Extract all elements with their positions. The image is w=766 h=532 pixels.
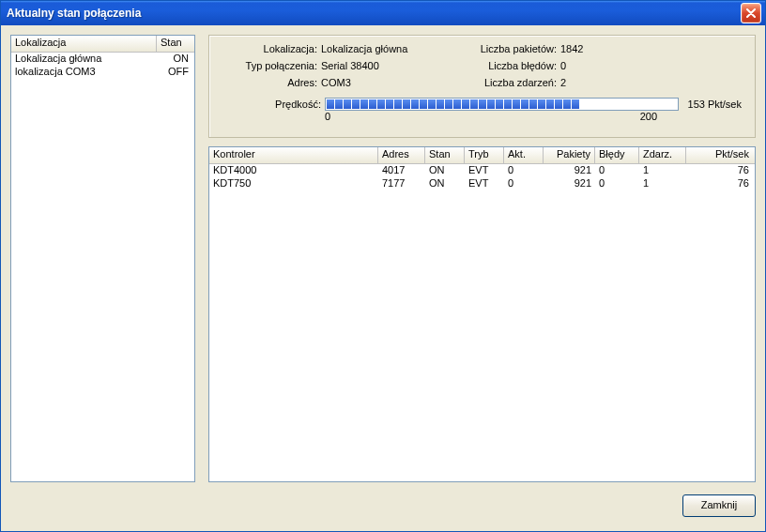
cell-state: ON bbox=[425, 177, 465, 190]
controllers-list[interactable]: Kontroler Adres Stan Tryb Akt. Pakiety B… bbox=[208, 146, 756, 482]
cell-location: Lokalizacja główna bbox=[11, 53, 157, 66]
close-dialog-button[interactable]: Zamknij bbox=[682, 494, 756, 517]
client-area: Lokalizacja Stan Lokalizacja główna ON l… bbox=[1, 25, 765, 531]
cell-errors: 0 bbox=[595, 164, 639, 177]
close-icon bbox=[746, 8, 756, 18]
scale-min: 0 bbox=[325, 111, 330, 122]
controllers-header: Kontroler Adres Stan Tryb Akt. Pakiety B… bbox=[209, 147, 755, 164]
locations-body: Lokalizacja główna ON lokalizacja COM3 O… bbox=[11, 53, 194, 481]
cell-packets: 921 bbox=[544, 164, 595, 177]
col-address[interactable]: Adres bbox=[378, 147, 425, 163]
titlebar: Aktualny stan połączenia bbox=[1, 1, 765, 25]
cell-state: OFF bbox=[157, 66, 194, 79]
col-packets[interactable]: Pakiety bbox=[544, 147, 595, 163]
col-events[interactable]: Zdarz. bbox=[639, 147, 686, 163]
cell-address: 7177 bbox=[378, 177, 425, 190]
label-conn-type: Typ połączenia: bbox=[222, 60, 321, 71]
label-events: Liczba zdarzeń: bbox=[471, 77, 560, 88]
label-address: Adres: bbox=[222, 77, 321, 88]
cell-act: 0 bbox=[504, 177, 544, 190]
value-errors: 0 bbox=[560, 60, 617, 71]
value-location: Lokalizacja główna bbox=[321, 43, 471, 54]
value-conn-type: Serial 38400 bbox=[321, 60, 471, 71]
label-errors: Liczba błędów: bbox=[471, 60, 560, 71]
table-row[interactable]: KDT4000 4017 ON EVT 0 921 0 1 76 bbox=[209, 164, 755, 177]
col-state[interactable]: Stan bbox=[157, 36, 194, 52]
controllers-body: KDT4000 4017 ON EVT 0 921 0 1 76 bbox=[209, 164, 755, 481]
label-packets: Liczba pakietów: bbox=[471, 43, 560, 54]
scale-max: 200 bbox=[640, 111, 657, 122]
cell-packets: 921 bbox=[544, 177, 595, 190]
footer: Zamknij bbox=[10, 482, 756, 522]
stats-grid: Lokalizacja: Lokalizacja główna Liczba p… bbox=[222, 43, 742, 88]
label-speed: Prędkość: bbox=[222, 99, 325, 110]
window-title: Aktualny stan połączenia bbox=[7, 7, 741, 20]
cell-controller: KDT4000 bbox=[209, 164, 378, 177]
locations-header: Lokalizacja Stan bbox=[11, 36, 194, 53]
window: Aktualny stan połączenia Lokalizacja Sta… bbox=[0, 0, 766, 532]
speed-scale: 0 200 bbox=[222, 111, 742, 122]
cell-location: lokalizacja COM3 bbox=[11, 66, 157, 79]
locations-list[interactable]: Lokalizacja Stan Lokalizacja główna ON l… bbox=[10, 35, 195, 482]
main-area: Lokalizacja Stan Lokalizacja główna ON l… bbox=[10, 35, 756, 482]
col-location[interactable]: Lokalizacja bbox=[11, 36, 157, 52]
cell-events: 1 bbox=[639, 164, 686, 177]
col-pps[interactable]: Pkt/sek bbox=[686, 147, 755, 163]
cell-state: ON bbox=[157, 53, 194, 66]
speed-row: Prędkość: 153 Pkt/sek bbox=[222, 98, 742, 111]
value-packets: 1842 bbox=[560, 43, 617, 54]
value-events: 2 bbox=[560, 77, 617, 88]
col-controller[interactable]: Kontroler bbox=[209, 147, 378, 163]
cell-address: 4017 bbox=[378, 164, 425, 177]
col-errors[interactable]: Błędy bbox=[595, 147, 639, 163]
cell-pps: 76 bbox=[686, 164, 755, 177]
table-row[interactable]: KDT750 7177 ON EVT 0 921 0 1 76 bbox=[209, 177, 755, 190]
label-location: Lokalizacja: bbox=[222, 43, 321, 54]
value-speed: 153 Pkt/sek bbox=[679, 99, 742, 110]
cell-mode: EVT bbox=[465, 164, 504, 177]
col-state[interactable]: Stan bbox=[425, 147, 465, 163]
list-item[interactable]: lokalizacja COM3 OFF bbox=[11, 66, 194, 79]
controllers-pane: Kontroler Adres Stan Tryb Akt. Pakiety B… bbox=[208, 146, 756, 482]
cell-state: ON bbox=[425, 164, 465, 177]
locations-pane: Lokalizacja Stan Lokalizacja główna ON l… bbox=[10, 35, 195, 482]
value-address: COM3 bbox=[321, 77, 471, 88]
cell-errors: 0 bbox=[595, 177, 639, 190]
col-mode[interactable]: Tryb bbox=[465, 147, 504, 163]
cell-events: 1 bbox=[639, 177, 686, 190]
speed-progress bbox=[325, 98, 679, 111]
cell-mode: EVT bbox=[465, 177, 504, 190]
cell-pps: 76 bbox=[686, 177, 755, 190]
stats-panel: Lokalizacja: Lokalizacja główna Liczba p… bbox=[208, 35, 756, 138]
right-pane: Lokalizacja: Lokalizacja główna Liczba p… bbox=[208, 35, 756, 482]
close-button[interactable] bbox=[741, 3, 761, 23]
col-act[interactable]: Akt. bbox=[504, 147, 544, 163]
cell-act: 0 bbox=[504, 164, 544, 177]
list-item[interactable]: Lokalizacja główna ON bbox=[11, 53, 194, 66]
cell-controller: KDT750 bbox=[209, 177, 378, 190]
